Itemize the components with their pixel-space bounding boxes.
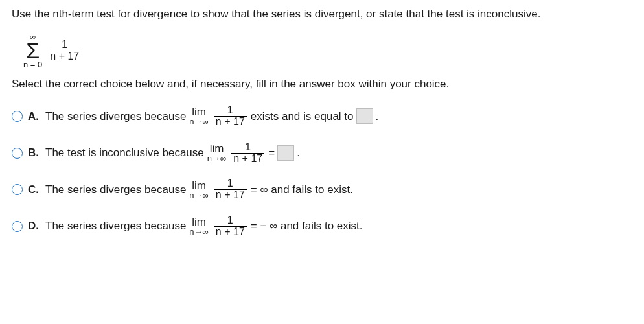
label-d: D. [28, 218, 39, 234]
b-pre: The test is inconclusive because [45, 145, 204, 161]
choice-c: C. The series diverges because lim n→∞ 1… [12, 178, 632, 201]
d-frac: 1 n + 17 [214, 215, 247, 238]
label-b: B. [28, 145, 39, 161]
question-prompt: Use the nth-term test for divergence to … [12, 6, 632, 22]
radio-b[interactable] [12, 148, 23, 159]
d-post: = − ∞ and fails to exist. [251, 218, 363, 234]
a-frac: 1 n + 17 [214, 105, 247, 128]
series-den: n + 17 [48, 51, 81, 62]
a-pre: The series diverges because [45, 109, 186, 124]
b-answer-input[interactable] [277, 145, 294, 161]
radio-d[interactable] [12, 221, 23, 232]
d-lim: lim n→∞ [189, 216, 209, 236]
sigma-lower: n = 0 [23, 60, 42, 69]
radio-c[interactable] [12, 184, 23, 195]
c-post: = ∞ and fails to exist. [251, 182, 353, 198]
a-post: . [376, 109, 379, 124]
series-num: 1 [60, 40, 69, 51]
b-lim: lim n→∞ [207, 143, 227, 163]
sigma-symbol: Σ [26, 41, 40, 61]
c-frac: 1 n + 17 [214, 178, 247, 201]
radio-a[interactable] [12, 111, 23, 122]
sigma-block: ∞ Σ n = 0 [23, 32, 42, 69]
series-fraction: 1 n + 17 [48, 40, 81, 62]
instruction-text: Select the correct choice below and, if … [12, 76, 632, 92]
a-lim: lim n→∞ [189, 106, 209, 126]
b-eq: = [268, 145, 275, 161]
series-expression: ∞ Σ n = 0 1 n + 17 [23, 32, 83, 69]
a-answer-input[interactable] [356, 108, 373, 124]
label-a: A. [28, 109, 39, 124]
d-pre: The series diverges because [45, 218, 186, 234]
c-pre: The series diverges because [45, 182, 186, 198]
c-lim: lim n→∞ [189, 180, 209, 200]
choice-d: D. The series diverges because lim n→∞ 1… [12, 215, 632, 238]
b-frac: 1 n + 17 [231, 142, 264, 165]
choice-b: B. The test is inconclusive because lim … [12, 142, 632, 165]
b-post: . [297, 145, 300, 161]
label-c: C. [28, 182, 39, 198]
choice-a: A. The series diverges because lim n→∞ 1… [12, 105, 632, 128]
a-mid: exists and is equal to [251, 109, 354, 124]
